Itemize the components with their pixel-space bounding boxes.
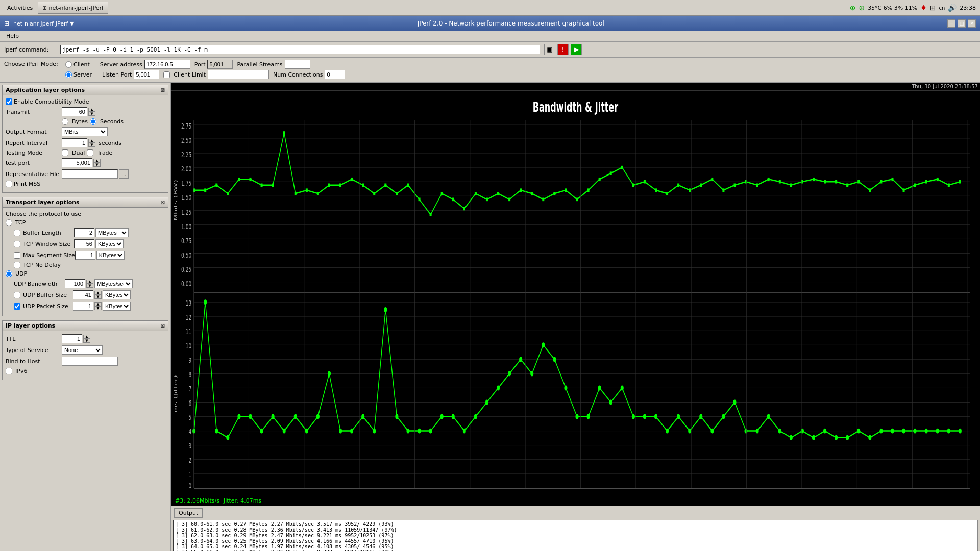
port-label: Port (194, 61, 206, 68)
svg-rect-22 (295, 192, 297, 195)
bw-axis-label: Mbits (BW) (173, 180, 178, 220)
transport-layer-body: Choose the protocol to use TCP Buffer Le… (3, 208, 168, 316)
app-layer-toggle[interactable]: ⊠ (161, 87, 165, 93)
ip-layer-toggle[interactable]: ⊠ (161, 323, 165, 329)
transport-layer-section: Transport layer options ⊠ Choose the pro… (2, 197, 168, 316)
num-connections-input[interactable] (325, 70, 345, 79)
udp-buffer-input[interactable] (73, 290, 93, 299)
svg-rect-68 (813, 178, 815, 181)
svg-rect-73 (869, 188, 871, 192)
ttl-down[interactable]: ▼ (83, 339, 90, 343)
udp-packet-checkbox[interactable] (14, 303, 20, 310)
udp-pkt-spinner: ▲ ▼ (94, 302, 102, 310)
jitter-y-9: 9 (188, 356, 191, 365)
report-interval-down[interactable]: ▼ (88, 143, 95, 147)
max-segment-unit[interactable]: KBytesMBytesBytes (96, 251, 125, 260)
ttl-input[interactable] (62, 334, 82, 343)
udp-buf-up[interactable]: ▲ (94, 291, 102, 295)
transmit-input[interactable] (62, 107, 87, 116)
trade-checkbox[interactable] (87, 149, 93, 156)
svg-point-114 (384, 307, 387, 312)
rep-file-input[interactable] (62, 169, 118, 179)
tcp-window-checkbox[interactable] (14, 241, 20, 247)
buffer-length-input[interactable] (74, 228, 94, 237)
volume-icon: 🔊 (948, 4, 957, 12)
udp-buffer-unit[interactable]: KBytesMBytes (103, 290, 131, 299)
seconds-radio[interactable] (90, 118, 96, 125)
server-address-input[interactable] (144, 60, 190, 69)
output-format-select[interactable]: MBits Bits Bytes KBits KBytes GBits GByt… (62, 127, 108, 136)
clock-display: 23:38 (960, 5, 976, 11)
iperf-command-input[interactable] (60, 45, 540, 54)
num-connections-label: Num Connections (273, 71, 323, 78)
bytes-radio[interactable] (62, 118, 68, 125)
svg-rect-81 (959, 180, 961, 184)
print-mss-checkbox[interactable] (6, 181, 12, 187)
ttl-up[interactable]: ▲ (83, 335, 90, 339)
udp-pkt-up[interactable]: ▲ (94, 302, 102, 306)
udp-buf-down[interactable]: ▼ (94, 295, 102, 299)
buffer-length-unit[interactable]: MBytesKBytesBytes (95, 228, 129, 237)
tcp-radio[interactable] (6, 219, 12, 226)
udp-bw-down[interactable]: ▼ (86, 284, 93, 288)
dual-checkbox[interactable] (62, 149, 68, 156)
max-segment-checkbox[interactable] (14, 252, 20, 259)
maximize-btn[interactable]: □ (958, 19, 966, 28)
output-text-area[interactable]: [ 3] 60.0-61.0 sec 0.27 MBytes 2.27 Mbit… (173, 520, 978, 551)
report-interval-up[interactable]: ▲ (88, 139, 95, 143)
toolbar-icon-2[interactable]: ! (557, 44, 569, 55)
client-limit-input[interactable] (208, 70, 269, 79)
tcp-window-unit[interactable]: KBytesMBytesBytes (95, 239, 124, 248)
svg-point-160 (902, 429, 905, 434)
output-tab[interactable]: Output (174, 508, 203, 518)
udp-radio[interactable] (6, 270, 12, 277)
transmit-down[interactable]: ▼ (88, 112, 95, 116)
compat-mode-checkbox[interactable] (6, 98, 12, 105)
toolbar-icon-1[interactable]: ▣ (544, 44, 555, 55)
toolbar-icon-3[interactable]: ▶ (571, 44, 582, 55)
server-address-group: Server address (100, 60, 190, 69)
tcp-window-input[interactable] (74, 239, 94, 248)
svg-rect-79 (937, 178, 939, 181)
transmit-up[interactable]: ▲ (88, 108, 95, 112)
udp-bandwidth-input[interactable] (65, 279, 85, 288)
jitter-y-3: 3 (188, 442, 191, 450)
rep-file-browse-btn[interactable]: ... (119, 169, 129, 179)
client-radio[interactable] (65, 61, 72, 68)
udp-packet-input[interactable] (73, 302, 93, 311)
tcp-no-delay-checkbox[interactable] (14, 262, 20, 268)
svg-point-119 (440, 414, 444, 419)
udp-buffer-checkbox[interactable] (14, 292, 20, 298)
buffer-length-checkbox[interactable] (14, 230, 20, 236)
svg-rect-72 (857, 180, 860, 184)
udp-packet-unit[interactable]: KBytesBytes (103, 302, 131, 311)
udp-bw-spinner: ▲ ▼ (86, 280, 93, 288)
udp-pkt-down[interactable]: ▼ (94, 306, 102, 310)
test-port-input[interactable] (62, 158, 92, 167)
udp-packet-label: UDP Packet Size (23, 303, 73, 310)
test-port-down[interactable]: ▼ (93, 163, 101, 167)
port-input[interactable] (207, 60, 233, 69)
server-radio[interactable] (65, 71, 72, 78)
report-interval-input[interactable] (62, 138, 87, 147)
udp-bw-up[interactable]: ▲ (86, 280, 93, 284)
transmit-row: Transmit ▲ ▼ (6, 107, 165, 116)
app-layer-body: Enable Compatibility Mode Transmit ▲ ▼ (3, 95, 168, 192)
activities-btn[interactable]: Activities (4, 4, 36, 12)
help-menu[interactable]: Help (2, 32, 23, 40)
ipv6-checkbox[interactable] (6, 368, 12, 374)
max-segment-input[interactable] (75, 251, 95, 260)
parallel-streams-input[interactable] (285, 60, 310, 69)
udp-bandwidth-unit[interactable]: MBytes/secKBytes/sec (94, 279, 133, 288)
minimize-btn[interactable]: ─ (947, 19, 955, 28)
client-limit-checkbox[interactable] (163, 71, 170, 78)
app-taskbar-btn[interactable]: ⊞ net-nlanr-jperf-JPerf (38, 2, 108, 14)
app-taskbar-label[interactable]: net-nlanr-jperf-JPerf ▼ (13, 20, 74, 27)
tos-select[interactable]: None Low Cost Reliability Throughput Low… (62, 345, 103, 355)
iperf-command-row: Iperf command: ▣ ! ▶ (0, 42, 980, 58)
test-port-up[interactable]: ▲ (93, 159, 101, 163)
transport-layer-toggle[interactable]: ⊠ (161, 199, 165, 205)
bind-host-input[interactable] (62, 357, 118, 366)
close-btn[interactable]: ✕ (968, 19, 976, 28)
listen-port-input[interactable] (134, 70, 159, 79)
